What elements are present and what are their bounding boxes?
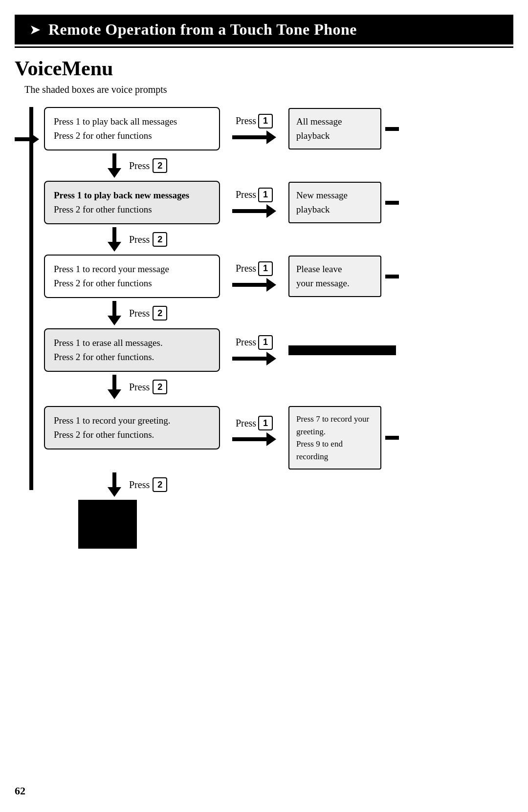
horiz-arrow-line-5 xyxy=(232,437,266,441)
prompt-2-line2: Press 2 for other functions xyxy=(54,203,210,217)
down-arrow-3 xyxy=(108,301,121,325)
horiz-arrow-line-3 xyxy=(232,283,266,287)
press2-num-5: 2 xyxy=(153,477,167,492)
press2-text-5: Press xyxy=(129,479,150,491)
prompt-4-line2: Press 2 for other functions. xyxy=(54,350,210,364)
down-arrow-1 xyxy=(108,153,121,178)
press2-num-1: 2 xyxy=(153,158,167,173)
press-label-1: Press 1 xyxy=(236,114,273,128)
horiz-arrow-4 xyxy=(232,352,276,365)
left-vertical-line xyxy=(29,107,33,490)
result-5-text: Press 7 to record your greeting.Press 9 … xyxy=(296,413,374,463)
down-section-2: Press 2 xyxy=(44,227,513,252)
down-arrow-head-1 xyxy=(108,168,121,178)
result-3-line1: Please leave xyxy=(296,262,374,277)
press-arrow-4: Press 1 xyxy=(220,335,288,365)
flow-row-3: Press 1 to record your message Press 2 f… xyxy=(44,255,513,298)
result-1-line1: All message xyxy=(296,115,374,129)
down-arrow-head-4 xyxy=(108,389,121,399)
press-text-2: Press xyxy=(236,189,256,200)
prompt-3-line2: Press 2 for other functions xyxy=(54,277,210,291)
down-arrow-4 xyxy=(108,375,121,399)
press-label-2: Press 1 xyxy=(236,188,273,202)
result-dash-5 xyxy=(385,436,399,440)
header-arrow-icon: ➤ xyxy=(29,21,41,38)
press-arrow-2: Press 1 xyxy=(220,188,288,218)
result-dash-3 xyxy=(385,275,399,278)
press2-label-1: Press 2 xyxy=(129,158,167,173)
press-label-3: Press 1 xyxy=(236,261,273,276)
flow-row-5: Press 1 to record your greeting. Press 2… xyxy=(44,402,513,470)
press-label-5: Press 1 xyxy=(236,416,273,430)
result-box-3: Please leave your message. xyxy=(288,256,381,297)
result-box-1: All message playback xyxy=(288,108,381,150)
header-bar: ➤ Remote Operation from a Touch Tone Pho… xyxy=(15,15,513,44)
prompt-1-line2: Press 2 for other functions xyxy=(54,129,210,143)
entry-arrow-head xyxy=(29,132,39,146)
prompt-5-line2: Press 2 for other functions. xyxy=(54,428,210,442)
result-2-line1: New message xyxy=(296,189,374,203)
prompt-1-line1: Press 1 to play back all messages xyxy=(54,115,210,129)
result-2-line2: playback xyxy=(296,203,374,217)
result-box-2: New message playback xyxy=(288,182,381,223)
horiz-arrow-line-4 xyxy=(232,357,266,361)
press2-label-2: Press 2 xyxy=(129,232,167,247)
bottom-termination-square xyxy=(78,500,137,549)
result-box-5: Press 7 to record your greeting.Press 9 … xyxy=(288,406,381,470)
press2-num-3: 2 xyxy=(153,306,167,321)
down-arrow-head-5 xyxy=(108,487,121,497)
flow-row-1: Press 1 to play back all messages Press … xyxy=(44,107,513,150)
down-section-5: Press 2 xyxy=(44,472,513,497)
horiz-arrow-line-2 xyxy=(232,209,266,213)
down-section-4: Press 2 xyxy=(44,375,513,399)
section-title: VoiceMenu xyxy=(15,57,513,80)
down-arrow-line-1 xyxy=(112,153,116,168)
press-text-4: Press xyxy=(236,337,256,348)
down-arrow-line-3 xyxy=(112,301,116,316)
result-dash-2 xyxy=(385,201,399,205)
header-underline xyxy=(15,46,513,48)
horiz-arrow-head-2 xyxy=(266,204,276,218)
horiz-arrow-line-1 xyxy=(232,135,266,139)
press-text-5: Press xyxy=(236,418,256,429)
prompt-box-2: Press 1 to play back new messages Press … xyxy=(44,181,220,224)
result-1-line2: playback xyxy=(296,129,374,143)
horiz-arrow-head-1 xyxy=(266,130,276,144)
down-arrow-line-5 xyxy=(112,472,116,487)
prompt-4-line1: Press 1 to erase all messages. xyxy=(54,336,210,350)
press-arrow-5: Press 1 xyxy=(220,416,288,446)
press2-text-4: Press xyxy=(129,382,150,393)
prompt-3-line1: Press 1 to record your message xyxy=(54,262,210,277)
press2-text-2: Press xyxy=(129,234,150,245)
prompt-box-1: Press 1 to play back all messages Press … xyxy=(44,107,220,150)
press-arrow-1: Press 1 xyxy=(220,114,288,144)
result-3-line2: your message. xyxy=(296,277,374,291)
press-arrow-3: Press 1 xyxy=(220,261,288,292)
horiz-arrow-head-3 xyxy=(266,278,276,292)
entry-arrow-line xyxy=(15,137,29,141)
press-text-1: Press xyxy=(236,115,256,127)
horiz-arrow-head-4 xyxy=(266,352,276,365)
horiz-arrow-1 xyxy=(232,130,276,144)
horiz-arrow-head-5 xyxy=(266,432,276,446)
press2-label-4: Press 2 xyxy=(129,380,167,394)
entry-arrow xyxy=(15,132,39,146)
press2-num-4: 2 xyxy=(153,380,167,394)
down-arrow-2 xyxy=(108,227,121,252)
press-label-4: Press 1 xyxy=(236,335,273,350)
press2-label-3: Press 2 xyxy=(129,306,167,321)
header-title: Remote Operation from a Touch Tone Phone xyxy=(48,21,357,39)
down-arrow-line-4 xyxy=(112,375,116,389)
black-bar-result-4 xyxy=(288,345,396,355)
press2-text-1: Press xyxy=(129,160,150,171)
prompt-box-3: Press 1 to record your message Press 2 f… xyxy=(44,255,220,298)
horiz-arrow-3 xyxy=(232,278,276,292)
down-arrow-head-3 xyxy=(108,316,121,325)
press-num-3: 1 xyxy=(258,261,273,276)
horiz-arrow-2 xyxy=(232,204,276,218)
press-num-1: 1 xyxy=(258,114,273,128)
press2-label-5: Press 2 xyxy=(129,477,167,492)
press2-text-3: Press xyxy=(129,308,150,319)
page-number: 62 xyxy=(15,785,25,797)
flow-diagram: Press 1 to play back all messages Press … xyxy=(15,107,513,549)
